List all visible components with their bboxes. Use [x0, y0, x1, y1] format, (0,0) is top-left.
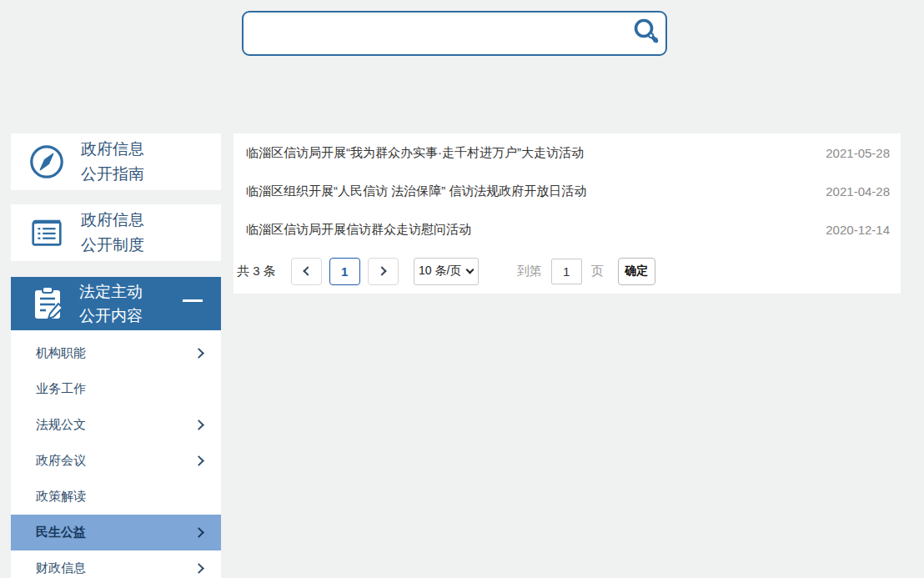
sidebar-item-government-meetings[interactable]: 政府会议	[11, 443, 221, 479]
news-row: 临淄区信访局开展“我为群众办实事·走千村进万户”大走访活动 2021-05-28	[234, 133, 901, 172]
sidebar-item-livelihood-welfare[interactable]: 民生公益	[11, 515, 221, 550]
chevron-right-icon	[193, 348, 204, 359]
confirm-button[interactable]: 确定	[618, 258, 655, 285]
chevron-left-icon	[303, 266, 312, 275]
submenu-label: 民生公益	[36, 525, 86, 540]
goto-suffix-label: 页	[591, 264, 604, 279]
sidebar-item-label: 政府信息 公开制度	[81, 208, 144, 259]
sidebar-item-business-work[interactable]: 业务工作	[11, 371, 221, 407]
sidebar-item-label: 政府信息 公开指南	[81, 137, 144, 188]
search-icon	[630, 17, 662, 51]
sidebar-item-policy-interpretation[interactable]: 政策解读	[11, 479, 221, 515]
prev-page-button[interactable]	[291, 258, 322, 285]
submenu-label: 财政信息	[36, 560, 86, 576]
chevron-right-icon	[193, 527, 204, 538]
news-date: 2021-05-28	[826, 146, 890, 160]
page-size-value: 10 条/页	[419, 264, 461, 279]
sidebar-submenu: 机构职能 业务工作 法规公文 政府会议 政策解读 民生公益 财政信息	[11, 330, 221, 578]
pagination-total: 共 3 条	[237, 264, 276, 279]
ledger-icon	[28, 214, 66, 252]
sidebar-section-label: 法定主动 公开内容	[79, 279, 143, 329]
chevron-down-icon	[466, 266, 475, 274]
sidebar-section-statutory-disclosure[interactable]: 法定主动 公开内容	[11, 277, 221, 330]
news-row: 临淄区组织开展“人民信访 法治保障” 信访法规政府开放日活动 2021-04-2…	[234, 172, 901, 210]
search-box	[242, 11, 667, 56]
goto-prefix-label: 到第	[517, 264, 542, 279]
pagination-bar: 共 3 条 1 10 条/页 到第 页 确定	[234, 249, 901, 294]
news-row: 临淄区信访局开展信访群众走访慰问活动 2020-12-14	[234, 210, 901, 249]
clipboard-pencil-icon	[31, 285, 64, 322]
compass-icon	[28, 143, 66, 181]
sidebar-item-disclosure-system[interactable]: 政府信息 公开制度	[11, 204, 221, 261]
sidebar-item-financial-information[interactable]: 财政信息	[11, 550, 221, 578]
news-title-link[interactable]: 临淄区信访局开展信访群众走访慰问活动	[246, 222, 471, 238]
news-list-panel: 临淄区信访局开展“我为群众办实事·走千村进万户”大走访活动 2021-05-28…	[234, 133, 901, 294]
sidebar-item-regulations-documents[interactable]: 法规公文	[11, 407, 221, 443]
goto-page-input[interactable]	[551, 259, 582, 284]
sidebar-item-disclosure-guide[interactable]: 政府信息 公开指南	[11, 133, 221, 190]
news-date: 2020-12-14	[826, 223, 890, 237]
page-size-select[interactable]: 10 条/页	[414, 258, 479, 285]
news-title-link[interactable]: 临淄区信访局开展“我为群众办实事·走千村进万户”大走访活动	[246, 145, 584, 161]
search-button[interactable]	[627, 13, 665, 54]
search-input[interactable]	[244, 13, 627, 54]
submenu-label: 政策解读	[36, 489, 86, 505]
collapse-minus-icon[interactable]	[183, 299, 203, 302]
news-title-link[interactable]: 临淄区组织开展“人民信访 法治保障” 信访法规政府开放日活动	[246, 183, 586, 199]
next-page-button[interactable]	[368, 258, 399, 285]
submenu-label: 机构职能	[36, 345, 86, 361]
submenu-label: 法规公文	[36, 417, 86, 433]
sidebar-item-organization-functions[interactable]: 机构职能	[11, 335, 221, 371]
chevron-right-icon	[193, 455, 204, 466]
submenu-label: 政府会议	[36, 453, 86, 469]
chevron-right-icon	[193, 420, 204, 430]
page-number-button[interactable]: 1	[329, 258, 360, 285]
chevron-right-icon	[377, 266, 386, 275]
news-date: 2021-04-28	[826, 184, 890, 199]
submenu-label: 业务工作	[36, 381, 86, 397]
chevron-right-icon	[193, 563, 204, 574]
